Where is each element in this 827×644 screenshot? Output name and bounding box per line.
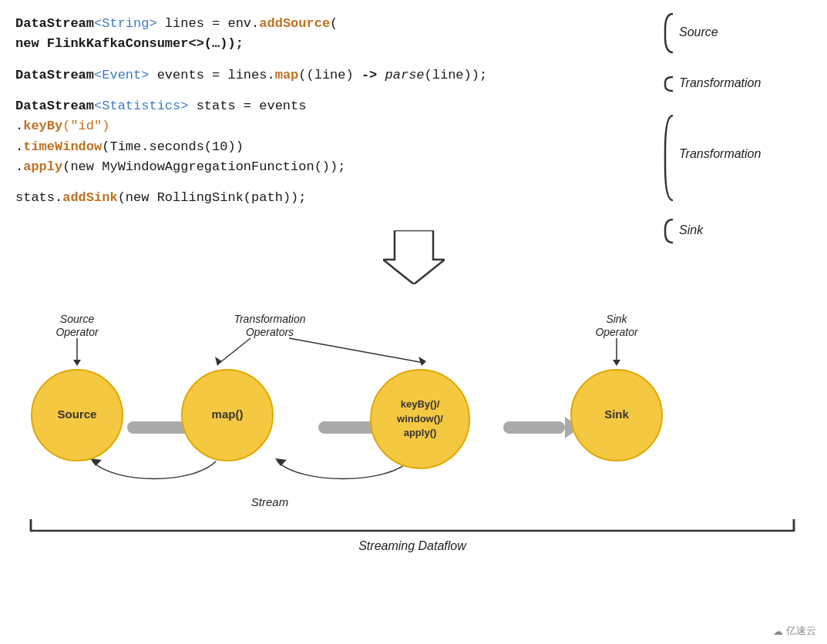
code-line3e: ((line): [298, 68, 361, 82]
meth-timewindow: timeWindow: [23, 139, 102, 154]
code-sink-args: (new RollingSink(path));: [118, 190, 307, 205]
code-block: DataStream<String> lines = env.addSource…: [15, 14, 655, 209]
svg-text:Operator: Operator: [595, 326, 639, 338]
svg-text:Transformation: Transformation: [234, 313, 305, 325]
code-line-3: DataStream<Event> events = lines.map((li…: [15, 65, 655, 86]
code-paren-1: (: [330, 16, 338, 31]
node-map: map(): [181, 369, 274, 461]
svg-marker-14: [419, 357, 426, 366]
code-line-6: .timeWindow(Time.seconds(10)): [15, 137, 655, 157]
code-dot-7: .: [15, 159, 23, 174]
code-dot-6: .: [15, 139, 23, 154]
meth-addsource: addSource: [259, 16, 330, 31]
meth-apply: apply: [23, 159, 62, 174]
svg-text:Stream: Stream: [251, 495, 288, 508]
diagram-section: Source Operator Transformation Operators…: [0, 292, 827, 562]
type-event: <Event>: [94, 68, 149, 82]
code-section: DataStream<String> lines = env.addSource…: [0, 0, 827, 216]
kw-datastream-3: DataStream: [15, 99, 94, 113]
svg-text:Streaming Dataflow: Streaming Dataflow: [358, 539, 467, 552]
svg-marker-18: [613, 360, 620, 366]
meth-map: map: [275, 68, 299, 82]
str-id: ("id"): [62, 119, 109, 133]
svg-rect-19: [127, 421, 189, 434]
kw-new-1: new FlinkKafkaConsumer<>(…));: [15, 36, 244, 51]
svg-text:Source: Source: [679, 25, 718, 39]
code-line-8: stats.addSink(new RollingSink(path));: [15, 188, 655, 208]
svg-marker-12: [215, 357, 222, 366]
diagram-canvas: Source Operator Transformation Operators…: [15, 292, 812, 554]
node-sink: Sink: [570, 369, 663, 461]
parse-italic: parse: [377, 68, 424, 82]
svg-line-13: [289, 338, 424, 363]
code-middle-3: events = lines.: [149, 68, 274, 82]
code-line-1: DataStream<String> lines = env.addSource…: [15, 14, 655, 34]
svg-text:Transformation: Transformation: [679, 76, 761, 89]
kw-datastream-1: DataStream: [15, 16, 94, 31]
svg-text:Sink: Sink: [679, 223, 704, 236]
svg-text:Operator: Operator: [55, 326, 99, 338]
svg-marker-25: [90, 458, 102, 466]
code-apply-args: (new MyWindowAggregationFunction());: [62, 159, 345, 174]
code-stats: stats.: [15, 190, 62, 205]
svg-text:Sink: Sink: [606, 313, 627, 325]
svg-text:Operators: Operators: [246, 326, 294, 338]
type-string: <String>: [94, 16, 157, 31]
annotation-braces: Source Transformation Transformation Sin…: [657, 0, 827, 262]
code-line3h: (line));: [425, 68, 488, 82]
code-line-5: .keyBy("id"): [15, 116, 655, 136]
kw-datastream-2: DataStream: [15, 68, 94, 82]
code-line-2: new FlinkKafkaConsumer<>(…));: [15, 34, 655, 54]
watermark-icon: ☁: [773, 626, 783, 637]
svg-marker-8: [73, 360, 81, 366]
node-source: Source: [31, 369, 123, 461]
down-arrow-icon: [383, 230, 445, 284]
arrow-op: ->: [361, 68, 377, 82]
meth-keyby: keyBy: [23, 119, 62, 133]
watermark-text: 亿速云: [786, 624, 816, 638]
code-timewindow-args: (Time.seconds(10)): [102, 139, 244, 154]
svg-line-11: [220, 338, 250, 363]
svg-text:Source: Source: [60, 313, 95, 325]
code-line-4: DataStream<Statistics> stats = events: [15, 96, 655, 116]
svg-text:Transformation: Transformation: [679, 147, 761, 160]
code-line-7: .apply(new MyWindowAggregationFunction()…: [15, 157, 655, 177]
code-dot-5: .: [15, 119, 23, 133]
svg-rect-23: [503, 421, 565, 434]
meth-addsink: addSink: [62, 190, 117, 205]
svg-marker-4: [383, 230, 445, 284]
code-middle-4: stats = events: [188, 99, 306, 113]
watermark: ☁ 亿速云: [773, 624, 816, 638]
code-middle-1: lines = env.: [157, 16, 260, 31]
node-window: keyBy()/ window()/ apply(): [370, 369, 470, 469]
type-stats: <Statistics>: [94, 99, 188, 113]
svg-marker-26: [275, 458, 287, 466]
